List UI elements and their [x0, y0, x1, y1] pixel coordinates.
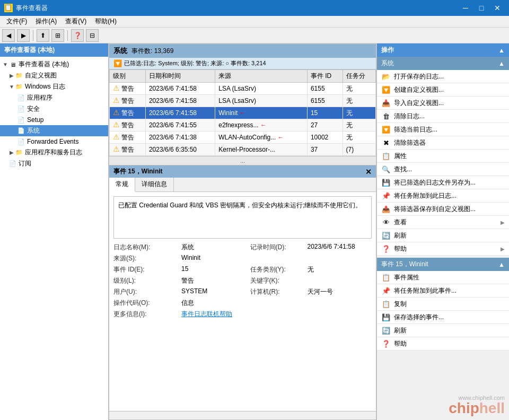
toolbar-up[interactable]: ⬆ — [37, 29, 49, 42]
action-item[interactable]: 📤将筛选器保存到自定义视图... — [377, 203, 509, 216]
event-id-label: 事件 ID(E): — [113, 265, 177, 274]
record-time-label: 记录时间(D): — [250, 243, 303, 252]
keywords-label: 关键字(K): — [250, 276, 303, 285]
log-name-value: 系统 — [181, 243, 246, 252]
toolbar-extra[interactable]: ⊟ — [86, 29, 99, 42]
tree-item-application[interactable]: 📄 应用程序 — [0, 92, 108, 103]
action-item[interactable]: 📋属性 — [377, 150, 509, 163]
table-row[interactable]: ⚠ 警告2023/6/6 7:41:38WLAN-AutoConfig... ←… — [110, 132, 376, 144]
expand-custom[interactable]: ▶ — [8, 73, 15, 79]
bottom-scrollbar[interactable] — [109, 411, 376, 419]
event-action-item[interactable]: 💾保存选择的事件... — [377, 311, 509, 324]
cell-source: Wininit ← — [215, 107, 308, 119]
col-datetime[interactable]: 日期和时间 — [145, 70, 215, 83]
cell-datetime: 2023/6/6 6:35:50 — [145, 144, 215, 156]
col-task[interactable]: 任务分 — [343, 70, 375, 83]
action-icon: 📋 — [381, 151, 391, 161]
col-eventid[interactable]: 事件 ID — [307, 70, 343, 83]
col-level[interactable]: 级别 — [110, 70, 146, 83]
tree-item-security[interactable]: 📄 安全 — [0, 103, 108, 115]
detail-close-button[interactable]: ✕ — [365, 168, 372, 176]
right-panel: 操作 ▲ 系统 ▲ 📂打开保存的日志...🔽创建自定义视图...📥导入自定义视图… — [376, 43, 509, 420]
action-item[interactable]: 🔍查找... — [377, 163, 509, 176]
table-row[interactable]: ⚠ 警告2023/6/6 6:35:50Kernel-Processor-...… — [110, 144, 376, 156]
action-item[interactable]: 👁查看▶ — [377, 216, 509, 229]
table-header-bar: 系统 事件数: 13,369 — [109, 44, 376, 58]
menu-file[interactable]: 文件(F) — [2, 16, 31, 27]
toolbar-forward[interactable]: ▶ — [17, 29, 30, 42]
table-row[interactable]: ⚠ 警告2023/6/6 7:41:58LSA (LsaSrv)6155无 — [110, 83, 376, 95]
toolbar-back[interactable]: ◀ — [2, 29, 15, 42]
tab-detail[interactable]: 详细信息 — [135, 178, 174, 191]
forwarded-icon: 📄 — [17, 137, 25, 146]
table-row[interactable]: ⚠ 警告2023/6/6 7:41:58Wininit ←15无 — [110, 107, 376, 119]
cell-datetime: 2023/6/6 7:41:38 — [145, 132, 215, 144]
menu-help[interactable]: 帮助(H) — [91, 16, 121, 27]
more-info-label: 更多信息(I): — [113, 310, 177, 319]
cell-level: ⚠ 警告 — [110, 95, 146, 107]
minimize-button[interactable]: ─ — [458, 2, 473, 14]
action-item[interactable]: ❓帮助▶ — [377, 242, 509, 256]
event-action-icon: 🔄 — [381, 326, 391, 335]
keywords-value — [308, 276, 372, 285]
windows-log-icon: 📁 — [15, 83, 23, 91]
tree-item-forwarded-events[interactable]: 📄 Forwarded Events — [0, 136, 108, 147]
window-controls: ─ □ ✕ — [458, 2, 505, 14]
tree-item-root[interactable]: ▼ 🖥 事件查看器 (本地) — [0, 59, 108, 70]
event-action-item[interactable]: 🔄刷新 — [377, 324, 509, 337]
system-section-arrow: ▲ — [498, 60, 505, 67]
menu-view[interactable]: 查看(V) — [61, 16, 91, 27]
action-icon: ❓ — [381, 244, 391, 253]
tree-item-system[interactable]: 📄 系统 — [0, 125, 108, 136]
cell-source: e2fnexpress... ← — [215, 119, 308, 132]
expand-windows-log[interactable]: ▼ — [8, 84, 15, 90]
action-item[interactable]: 📂打开保存的日志... — [377, 70, 509, 83]
col-source[interactable]: 来源 — [215, 70, 308, 83]
tree-item-custom-views[interactable]: ▶ 📁 自定义视图 — [0, 70, 108, 81]
task-type-label: 任务类别(Y): — [250, 265, 303, 274]
action-item[interactable]: 🗑清除日志... — [377, 110, 509, 123]
expand-app-services[interactable]: ▶ — [8, 150, 15, 156]
close-button[interactable]: ✕ — [490, 2, 505, 14]
maximize-button[interactable]: □ — [474, 2, 489, 14]
action-icon: 📌 — [381, 191, 391, 200]
tree-item-setup[interactable]: 📄 Setup — [0, 115, 108, 125]
event-action-item[interactable]: ❓帮助 — [377, 337, 509, 351]
brand-chip: chip — [449, 400, 479, 416]
action-item[interactable]: 📥导入自定义视图... — [377, 97, 509, 110]
event-action-item[interactable]: 📋事件属性 — [377, 271, 509, 284]
cell-eventid: 37 — [307, 144, 343, 156]
action-label: 将已筛选的日志文件另存为... — [394, 178, 476, 187]
tree-item-subscriptions[interactable]: 📄 订阅 — [0, 158, 108, 169]
tree-item-windows-log[interactable]: ▼ 📁 Windows 日志 — [0, 81, 108, 92]
cell-eventid: 15 — [307, 107, 343, 119]
app-icon: 📋 — [4, 4, 13, 12]
event-action-item[interactable]: 📌将任务附加到此事件... — [377, 284, 509, 298]
action-item[interactable]: 💾将已筛选的日志文件另存为... — [377, 176, 509, 189]
cell-source: LSA (LsaSrv) — [215, 95, 308, 107]
action-item[interactable]: 📌将任务附加到此日志... — [377, 189, 509, 203]
action-item[interactable]: 🔽筛选当前日志... — [377, 123, 509, 136]
toolbar-show-hide[interactable]: ⊞ — [51, 29, 64, 42]
more-info-link[interactable]: 事件日志联机帮助 — [181, 310, 246, 319]
event-action-item[interactable]: 📋复制 — [377, 298, 509, 311]
tree-item-app-services[interactable]: ▶ 📁 应用程序和服务日志 — [0, 147, 108, 158]
expand-root[interactable]: ▼ — [2, 62, 8, 68]
action-item[interactable]: ✖清除筛选器 — [377, 136, 509, 150]
table-row[interactable]: ⚠ 警告2023/6/6 7:41:55e2fnexpress... ←27无 — [110, 119, 376, 132]
source-label: 来源(S): — [113, 254, 177, 263]
level-label: 级别(L): — [113, 276, 177, 285]
detail-title-bar: 事件 15，Wininit ✕ — [109, 165, 376, 178]
level-value: 警告 — [181, 276, 246, 285]
action-item[interactable]: 🔄刷新 — [377, 229, 509, 242]
menu-action[interactable]: 操作(A) — [31, 16, 61, 27]
tab-general[interactable]: 常规 — [109, 178, 135, 192]
system-section-header: 系统 ▲ — [377, 57, 509, 70]
watermark-brand: chiphell — [449, 401, 505, 416]
tree-label-app-services: 应用程序和服务日志 — [25, 148, 82, 157]
table-row[interactable]: ⚠ 警告2023/6/6 7:41:58LSA (LsaSrv)6155无 — [110, 95, 376, 107]
action-item[interactable]: 🔽创建自定义视图... — [377, 83, 509, 97]
cell-eventid: 27 — [307, 119, 343, 132]
toolbar-help[interactable]: ❓ — [71, 29, 84, 42]
tree-label-custom-views: 自定义视图 — [25, 71, 57, 80]
